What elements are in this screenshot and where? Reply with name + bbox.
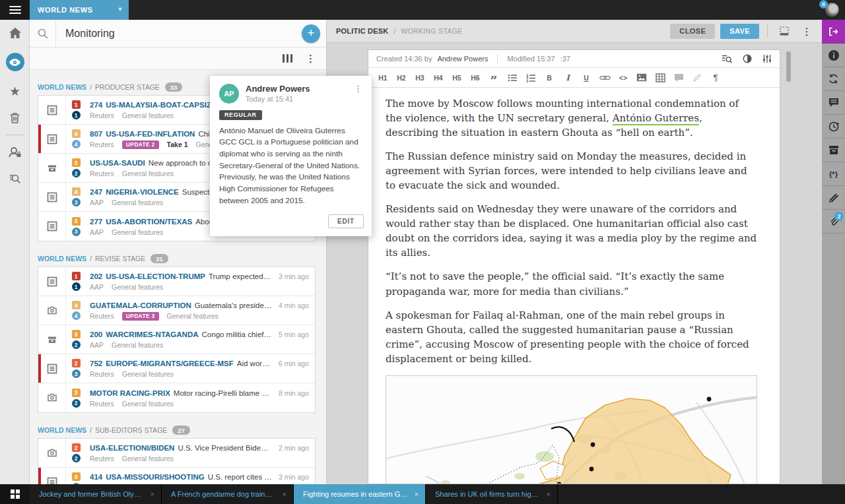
workspace-label: WORLD NEWS xyxy=(38,6,93,14)
format-h1-button[interactable]: H1 xyxy=(376,70,391,86)
attachments-button[interactable]: 2 xyxy=(822,210,845,234)
priority-badge: 3 xyxy=(72,472,81,481)
contrast-icon[interactable] xyxy=(743,54,752,63)
package-item-icon xyxy=(47,334,57,345)
package-button[interactable] xyxy=(822,139,845,162)
embedded-map-image[interactable] xyxy=(386,375,757,484)
sidebar-item-monitoring[interactable] xyxy=(0,49,30,75)
urgency-badge: 3 xyxy=(72,369,81,378)
format-italic-button[interactable]: I xyxy=(560,70,576,86)
sidebar-item-spike[interactable] xyxy=(0,104,30,131)
format-link-button[interactable] xyxy=(597,70,613,86)
sidebar-item-starred[interactable]: ★ xyxy=(0,78,30,104)
format-image-button[interactable] xyxy=(634,70,650,86)
sidebar-item-private-contacts[interactable] xyxy=(0,139,30,166)
versions-button[interactable] xyxy=(822,67,845,91)
open-article-tab[interactable]: A French gendarme dog trainer of PSIG × xyxy=(162,484,294,504)
format-ordered-list-button[interactable]: 123 xyxy=(524,70,539,86)
format-paragraph-button[interactable]: ¶ xyxy=(708,70,724,86)
star-icon: ★ xyxy=(9,84,20,99)
item-number: 414 xyxy=(90,473,102,481)
item-type-cell xyxy=(38,468,66,484)
stage-group: WORLD NEWS / REVISE STAGE 21 1 1 202 US-… xyxy=(38,251,316,413)
tab-close-icon[interactable]: × xyxy=(415,490,419,498)
tab-close-icon[interactable]: × xyxy=(283,490,287,498)
sidebar-item-home[interactable] xyxy=(0,20,30,46)
open-article-tab[interactable]: Fighting resumes in eastern Ghouta... × xyxy=(294,484,426,504)
versions-cycle-icon xyxy=(828,74,839,84)
article-paragraph[interactable]: “It’s not to save the people,” the offic… xyxy=(386,269,757,298)
monitoring-menu-icon[interactable]: ⋮ xyxy=(306,53,316,63)
format-code-button[interactable]: <> xyxy=(616,70,631,86)
history-button[interactable] xyxy=(822,115,845,139)
search-button[interactable] xyxy=(30,20,56,47)
open-article-tab[interactable]: Shares in UK oil firms turn higher × xyxy=(426,484,558,504)
format-table-button[interactable] xyxy=(653,70,668,86)
workspace-grid-button[interactable] xyxy=(0,484,30,504)
create-item-button[interactable]: + xyxy=(302,24,320,43)
macros-button[interactable]: {*} xyxy=(822,162,845,186)
sidebar-item-saved-searches[interactable] xyxy=(0,166,30,192)
workspace-selector[interactable]: WORLD NEWS ▼ xyxy=(30,0,129,20)
monitoring-item[interactable]: 4 4 GUATEMALA-CORRUPTION Guatemala's pre… xyxy=(38,296,315,325)
suggestions-button[interactable] xyxy=(822,186,845,210)
item-time-ago: 2 min ago xyxy=(279,444,309,452)
monitoring-item[interactable]: 2 3 752 EUROPE-MIGRANTS/GREECE-MSF Aid w… xyxy=(38,354,315,383)
format-comment-button[interactable] xyxy=(671,70,687,86)
format-h3-button[interactable]: H3 xyxy=(413,70,428,86)
popup-user-name: Andrew Powers xyxy=(246,84,346,94)
text-item-icon xyxy=(47,276,57,287)
format-underline-button[interactable]: U xyxy=(579,70,594,86)
urgency-badge: 3 xyxy=(72,198,81,206)
hamburger-menu-button[interactable] xyxy=(0,0,30,20)
stage-desk-link[interactable]: WORLD NEWS xyxy=(38,255,86,263)
save-button[interactable]: SAVE xyxy=(720,24,759,39)
format-unordered-list-button[interactable] xyxy=(505,70,520,86)
authoring-menu-icon[interactable]: ⋮ xyxy=(798,22,815,40)
open-article-tab[interactable]: Jockey and former British Olympic.. × xyxy=(30,484,162,504)
annotate-pen-icon xyxy=(693,73,702,82)
priority-badge: 1 xyxy=(72,272,81,280)
find-replace-icon[interactable] xyxy=(722,54,732,63)
popup-menu-icon[interactable]: ⋮ xyxy=(353,84,364,94)
monitoring-item[interactable]: 1 1 202 US-USA-ELECTION-TRUMP Trump expe… xyxy=(38,267,315,296)
item-genre: General features xyxy=(112,228,163,236)
group-view-icon[interactable] xyxy=(283,54,293,63)
tab-close-icon[interactable]: × xyxy=(547,490,551,498)
monitoring-item[interactable]: 3 3 414 USA-MISSOURI/SHOOTING U.S. repor… xyxy=(38,468,315,484)
monitoring-item[interactable]: 3 2 200 WARCRIMES-NTAGANDA Congo militia… xyxy=(38,325,315,354)
editor-scrollbar[interactable] xyxy=(786,51,791,82)
format-h2-button[interactable]: H2 xyxy=(394,70,409,86)
format-h6-button[interactable]: H6 xyxy=(468,70,483,86)
article-paragraph[interactable]: The move by Moscow follows mounting inte… xyxy=(386,96,757,140)
close-button[interactable]: CLOSE xyxy=(670,24,715,39)
settings-sliders-icon[interactable] xyxy=(762,54,772,63)
format-bold-button[interactable]: B xyxy=(542,70,557,86)
article-paragraph[interactable]: Residents said on Wednesday they were un… xyxy=(386,202,757,260)
monitoring-item[interactable]: 2 2 USA-ELECTIONI/BIDEN U.S. Vice Presid… xyxy=(38,439,315,468)
item-type-cell xyxy=(38,212,66,241)
article-paragraph[interactable]: The Russian defence ministry said on Mon… xyxy=(386,149,757,193)
home-icon xyxy=(9,28,21,38)
comments-button[interactable] xyxy=(822,91,845,115)
stage-desk-link[interactable]: WORLD NEWS xyxy=(38,83,86,91)
format-annotate-button[interactable] xyxy=(690,70,705,86)
format-blockquote-button[interactable]: ” xyxy=(487,70,502,86)
monitoring-item[interactable]: 3 2 MOTOR RACING-PRIX Motor racing-Pirel… xyxy=(38,383,315,412)
popup-edit-button[interactable]: EDIT xyxy=(328,214,364,228)
tab-close-icon[interactable]: × xyxy=(151,490,154,498)
popup-type-badge: REGULAR xyxy=(219,110,262,120)
minimize-icon[interactable] xyxy=(776,22,793,40)
info-button[interactable] xyxy=(822,44,845,67)
article-paragraph[interactable]: A spokesman for Failaq al-Rahman, one of… xyxy=(386,308,757,366)
format-h5-button[interactable]: H5 xyxy=(450,70,465,86)
item-number: 807 xyxy=(90,130,102,138)
user-menu[interactable]: 8 xyxy=(812,0,845,20)
stage-desk-link[interactable]: WORLD NEWS xyxy=(38,426,86,434)
article-body-editor[interactable]: The move by Moscow follows mounting inte… xyxy=(368,88,780,484)
item-number: 200 xyxy=(90,331,102,338)
item-slugline: WARCRIMES-NTAGANDA xyxy=(106,331,198,338)
annotated-text[interactable]: António Guterres xyxy=(613,112,699,125)
format-h4-button[interactable]: H4 xyxy=(431,70,446,86)
send-to-button[interactable] xyxy=(822,20,845,44)
